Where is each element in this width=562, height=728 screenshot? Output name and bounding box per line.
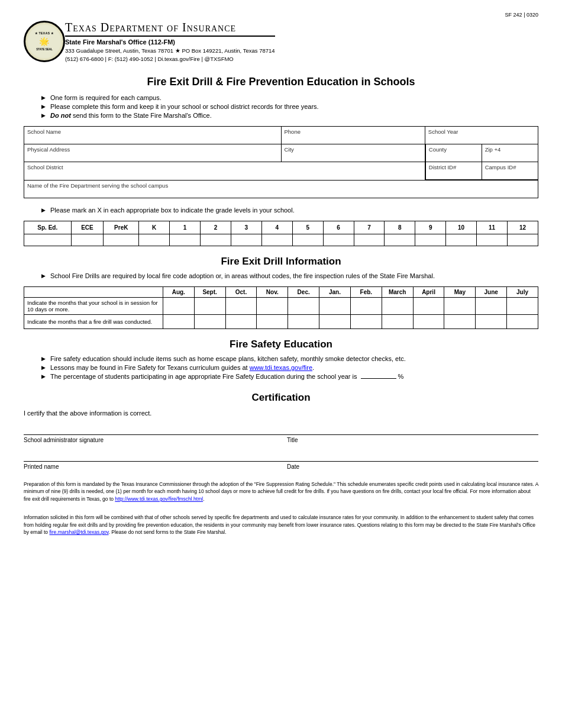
header-subtitle: State Fire Marshal's Office (112-FM) [65,38,275,46]
campus-id-cell[interactable]: Campus ID# [482,162,538,180]
county-cell[interactable]: County [425,144,482,162]
grade-k-check[interactable] [139,234,170,246]
drill-march[interactable] [382,314,413,328]
grade-prek-check[interactable] [104,234,139,246]
signature-area: School administrator signature Title [24,434,538,443]
month-aug: Aug. [163,286,194,297]
printed-label: Printed name [24,463,59,470]
tdi-fire-link[interactable]: www.tdi.texas.gov/fire [250,364,312,371]
session-row-label: Indicate the months that your school is … [24,297,163,314]
grade-12-check[interactable] [507,234,538,246]
grade-10-check[interactable] [446,234,477,246]
grade-7-check[interactable] [354,234,385,246]
grade-1-check[interactable] [170,234,201,246]
footer-para2: Information solicited in this form will … [24,514,538,536]
month-jan: Jan. [319,286,351,297]
printed-name-area: Printed name Date [24,461,538,470]
drill-july[interactable] [507,314,538,328]
certification-section: Certification I certify that the above i… [24,392,538,470]
drill-row-label: Indicate the months that a fire drill wa… [24,314,163,328]
drill-oct[interactable] [225,314,257,328]
grade-3-check[interactable] [231,234,261,246]
grade-7: 7 [354,221,385,234]
grade-8-check[interactable] [385,234,415,246]
instruction-2: Please complete this form and keep it in… [41,103,538,110]
title-label: Title [287,437,298,443]
header: ★ TEXAS ★ 🌟 STATE SEAL Texas Department … [24,21,538,64]
fire-exit-bullet: School Fire Drills are required by local… [41,272,538,279]
footer-link-1[interactable]: http://www.tdi.texas.gov/fire/fmschl.htm… [115,496,203,502]
safety-bullet-2: Lessons may be found in Fire Safety for … [41,364,538,371]
school-year-cell[interactable]: School Year [425,126,538,144]
grade-9-check[interactable] [415,234,446,246]
month-may: May [444,286,476,297]
session-march[interactable] [382,297,413,314]
month-april: April [413,286,444,297]
session-oct[interactable] [225,297,257,314]
grade-4: 4 [261,221,292,234]
page-title: Fire Exit Drill & Fire Prevention Educat… [24,76,538,88]
safety-bullet-1: Fire safety education should include ite… [41,355,538,362]
grade-level-table: Sp. Ed. ECE PreK K 1 2 3 4 5 6 7 8 9 10 … [24,221,538,246]
drill-june[interactable] [476,314,507,328]
drill-aug[interactable] [163,314,194,328]
fire-dept-cell[interactable]: Name of the Fire Department serving the … [24,180,538,198]
grade-instructions: Please mark an X in each appropriate box… [41,207,538,214]
session-aug[interactable] [163,297,194,314]
grade-6-check[interactable] [323,234,354,246]
grade-5-check[interactable] [292,234,323,246]
grade-sp-ed-check[interactable] [24,234,72,246]
grade-8: 8 [385,221,415,234]
session-may[interactable] [444,297,476,314]
grade-2: 2 [201,221,231,234]
grade-6: 6 [323,221,354,234]
drill-jan[interactable] [319,314,351,328]
session-jan[interactable] [319,297,351,314]
footer-link-2[interactable]: fire.marshal@tdi.texas.gov [49,529,108,535]
month-june: June [476,286,507,297]
drill-may[interactable] [444,314,476,328]
session-feb[interactable] [350,297,382,314]
grade-instruction: Please mark an X in each appropriate box… [41,207,538,214]
physical-address-cell[interactable]: Physical Address [24,144,282,162]
district-id-cell[interactable]: District ID# [425,162,482,180]
grade-2-check[interactable] [201,234,231,246]
months-table: Aug. Sept. Oct. Nov. Dec. Jan. Feb. Marc… [24,286,538,329]
session-nov[interactable] [257,297,288,314]
grade-ece-check[interactable] [71,234,104,246]
session-dec[interactable] [288,297,319,314]
grade-11: 11 [477,221,508,234]
fire-exit-title: Fire Exit Drill Information [24,256,538,268]
city-cell[interactable]: City [281,144,425,162]
school-district-cell[interactable]: School District [24,162,425,181]
grade-10: 10 [446,221,477,234]
month-feb: Feb. [350,286,382,297]
grade-ece: ECE [71,221,104,234]
header-address-line2: (512) 676-6800 | F: (512) 490-1052 | Di.… [65,55,275,63]
drill-feb[interactable] [350,314,382,328]
instruction-3: Do not send this form to the State Fire … [41,112,538,119]
session-sept[interactable] [194,297,225,314]
session-april[interactable] [413,297,444,314]
drill-april[interactable] [413,314,444,328]
school-name-cell[interactable]: School Name [24,126,282,144]
grade-4-check[interactable] [261,234,292,246]
month-dec: Dec. [288,286,319,297]
grade-11-check[interactable] [477,234,508,246]
session-july[interactable] [507,297,538,314]
grade-12: 12 [507,221,538,234]
session-june[interactable] [476,297,507,314]
fire-exit-bullets: School Fire Drills are required by local… [41,272,538,279]
month-sept: Sept. [194,286,225,297]
tdi-seal: ★ TEXAS ★ 🌟 STATE SEAL [24,21,65,62]
phone-cell[interactable]: Phone [281,126,425,144]
form-id: SF 242 | 0320 [24,12,538,18]
grade-sp-ed: Sp. Ed. [24,221,72,234]
sig-label: School administrator signature [24,437,104,443]
fire-safety-title: Fire Safety Education [24,339,538,350]
drill-dec[interactable] [288,314,319,328]
drill-sept[interactable] [194,314,225,328]
grade-5: 5 [292,221,323,234]
zip-cell[interactable]: Zip +4 [482,144,538,162]
drill-nov[interactable] [257,314,288,328]
